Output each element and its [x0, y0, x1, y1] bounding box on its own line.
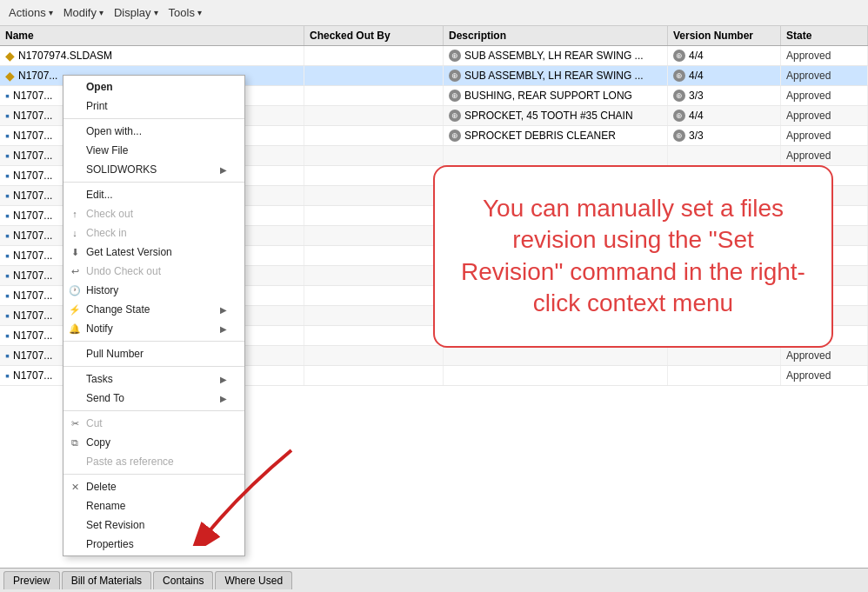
- file-name: N1707...: [13, 90, 52, 102]
- ctx-item-label: SOLIDWORKS: [86, 163, 157, 176]
- cut-icon: ✂: [69, 417, 81, 429]
- context-menu-item-print[interactable]: Print: [63, 96, 244, 116]
- context-menu-item-solidworks[interactable]: SOLIDWORKS▶: [63, 160, 244, 179]
- cell-description: [444, 146, 668, 165]
- menu-actions-label: Actions: [9, 6, 46, 19]
- ctx-item-label: Send To: [86, 392, 124, 404]
- bottom-tabs: PreviewBill of MaterialsContainsWhere Us…: [0, 568, 868, 592]
- part-icon: ▪: [5, 349, 10, 363]
- part-icon: ▪: [5, 129, 10, 143]
- state-icon: ⚡: [69, 303, 81, 316]
- part-icon: ▪: [5, 289, 10, 303]
- cell-version: ⊕ 3/3: [668, 126, 781, 145]
- version-icon: ⊕: [449, 90, 461, 102]
- callout-box: You can manually set a files revision us…: [433, 165, 833, 348]
- context-menu-item-open-with...[interactable]: Open with...: [63, 122, 244, 141]
- version-icon: ⊕: [449, 130, 461, 142]
- ctx-item-label: Check in: [86, 227, 127, 239]
- cell-state: Approved: [781, 86, 868, 105]
- menu-tools-arrow: ▾: [197, 8, 202, 17]
- menu-actions[interactable]: Actions ▾: [3, 4, 58, 21]
- version-icon: ⊕: [449, 110, 461, 122]
- cell-description: ⊕ SUB ASSEMBLY, LH REAR SWING ...: [444, 66, 668, 85]
- ctx-item-label: Paste as reference: [86, 456, 174, 468]
- ctx-item-label: Open with...: [86, 125, 142, 137]
- col-name: Name: [0, 26, 304, 45]
- ctx-item-label: Rename: [86, 500, 125, 512]
- cell-version: ⊕ 4/4: [668, 66, 781, 85]
- col-description: Description: [444, 26, 668, 45]
- cell-checked-out: [304, 186, 444, 205]
- context-menu-item-pull-number[interactable]: Pull Number: [63, 344, 244, 363]
- cell-checked-out: [304, 86, 444, 105]
- asm-icon: ◆: [5, 69, 15, 83]
- cell-version: [668, 346, 781, 365]
- file-name: N1707...: [13, 229, 52, 242]
- menu-modify-label: Modify: [63, 6, 97, 19]
- cell-checked-out: [304, 126, 444, 145]
- cell-state: Approved: [781, 46, 868, 65]
- menu-modify[interactable]: Modify ▾: [58, 4, 109, 21]
- context-menu-item-check-out: ↑Check out: [63, 204, 244, 223]
- cell-checked-out: [304, 166, 444, 185]
- file-name: N1707...: [18, 70, 57, 82]
- part-icon: ▪: [5, 169, 10, 183]
- submenu-arrow: ▶: [220, 324, 227, 334]
- ctx-item-label: History: [86, 284, 118, 296]
- bottom-tab-bill-of-materials[interactable]: Bill of Materials: [62, 571, 151, 589]
- ctx-item-label: Get Latest Version: [86, 246, 172, 258]
- bottom-tab-where-used[interactable]: Where Used: [215, 571, 292, 589]
- cell-checked-out: [304, 46, 444, 65]
- cell-checked-out: [304, 326, 444, 345]
- context-menu-item-history[interactable]: 🕐History: [63, 281, 244, 300]
- col-state: State: [781, 26, 868, 45]
- bottom-tab-contains[interactable]: Contains: [153, 571, 213, 589]
- callout-arrow: [170, 442, 309, 549]
- part-icon: ▪: [5, 229, 10, 243]
- menu-tools[interactable]: Tools ▾: [164, 4, 207, 21]
- file-name: N1707974.SLDASM: [18, 50, 112, 62]
- ctx-item-label: Tasks: [86, 373, 113, 385]
- cell-state: Approved: [781, 346, 868, 365]
- part-icon: ▪: [5, 269, 10, 283]
- cell-description: [444, 366, 668, 385]
- menu-display[interactable]: Display ▾: [109, 4, 164, 21]
- table-row[interactable]: ◆ N1707974.SLDASM ⊕ SUB ASSEMBLY, LH REA…: [0, 46, 868, 66]
- ctx-item-label: View File: [86, 144, 128, 156]
- callout-text: You can manually set a files revision us…: [461, 195, 805, 316]
- cell-state: Approved: [781, 106, 868, 125]
- file-name: N1707...: [13, 269, 52, 282]
- history-icon: 🕐: [69, 284, 81, 296]
- part-icon: ▪: [5, 329, 10, 343]
- context-menu-item-tasks[interactable]: Tasks▶: [63, 369, 244, 389]
- context-menu-item-notify[interactable]: 🔔Notify▶: [63, 319, 244, 338]
- part-icon: ▪: [5, 369, 10, 382]
- ctx-item-label: Change State: [86, 303, 150, 316]
- table-header: Name Checked Out By Description Version …: [0, 26, 868, 46]
- context-menu-item-edit...[interactable]: Edit...: [63, 185, 244, 204]
- submenu-arrow: ▶: [220, 165, 227, 175]
- context-menu-item-open[interactable]: Open: [63, 77, 244, 96]
- checkin-icon: ↓: [69, 227, 81, 239]
- ctx-item-label: Print: [86, 100, 108, 112]
- cell-version: ⊕ 4/4: [668, 106, 781, 125]
- context-menu-item-view-file[interactable]: View File: [63, 141, 244, 160]
- ctx-item-label: Set Revision: [86, 519, 144, 531]
- file-name: N1707...: [13, 190, 52, 202]
- cell-description: ⊕ BUSHING, REAR SUPPORT LONG: [444, 86, 668, 105]
- cell-checked-out: [304, 226, 444, 245]
- copy-icon: ⧉: [69, 436, 81, 449]
- cell-version: ⊕ 3/3: [668, 86, 781, 105]
- ctx-item-label: Open: [86, 81, 113, 93]
- context-menu-item-send-to[interactable]: Send To▶: [63, 389, 244, 408]
- context-menu-item-change-state[interactable]: ⚡Change State▶: [63, 300, 244, 319]
- cell-checked-out: [304, 346, 444, 365]
- ver-badge: ⊕: [673, 130, 685, 142]
- col-version: Version Number: [668, 26, 781, 45]
- cell-state: Approved: [781, 366, 868, 385]
- submenu-arrow: ▶: [220, 394, 227, 403]
- part-icon: ▪: [5, 109, 10, 123]
- context-menu-item-get-latest-version[interactable]: ⬇Get Latest Version: [63, 243, 244, 262]
- bottom-tab-preview[interactable]: Preview: [3, 571, 60, 589]
- asm-icon: ◆: [5, 49, 15, 63]
